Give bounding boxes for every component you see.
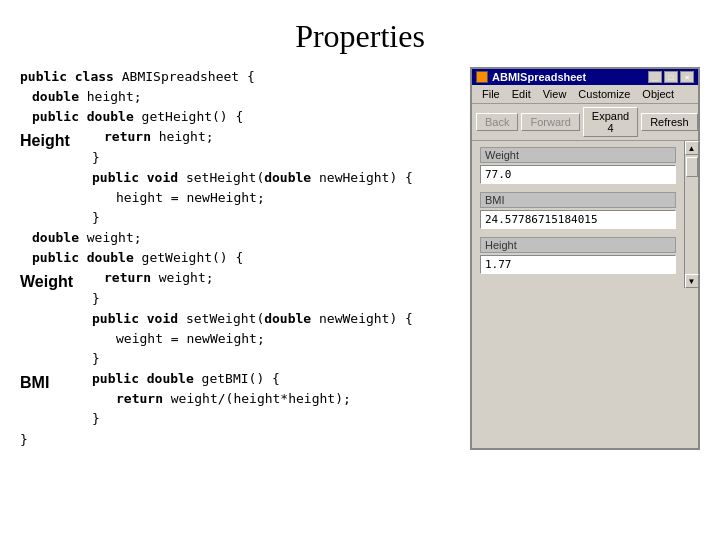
- app-menubar: File Edit View Customize Object: [472, 85, 698, 104]
- expand-button[interactable]: Expand 4: [583, 107, 638, 137]
- prop-label-weight: Weight: [480, 147, 676, 163]
- menu-object[interactable]: Object: [636, 87, 680, 101]
- close-button[interactable]: ×: [680, 71, 694, 83]
- scroll-thumb[interactable]: [686, 157, 698, 177]
- maximize-button[interactable]: □: [664, 71, 678, 83]
- app-icon: [476, 71, 488, 83]
- back-button[interactable]: Back: [476, 113, 518, 131]
- code-line-1: public class ABMISpreadsheet {: [20, 67, 450, 87]
- code-line-19: }: [20, 430, 450, 450]
- refresh-button[interactable]: Refresh: [641, 113, 698, 131]
- menu-edit[interactable]: Edit: [506, 87, 537, 101]
- app-properties: Weight BMI Height: [472, 141, 684, 288]
- menu-view[interactable]: View: [537, 87, 573, 101]
- code-section: public class ABMISpreadsheet { double he…: [20, 67, 450, 450]
- code-line-2: double height;: [20, 87, 450, 107]
- code-line-11: return weight;: [80, 268, 450, 288]
- code-line-15: }: [80, 349, 450, 369]
- forward-button[interactable]: Forward: [521, 113, 579, 131]
- code-line-6: public void setHeight(double newHeight) …: [80, 168, 450, 188]
- prop-row-bmi: BMI: [480, 192, 676, 229]
- page-title: Properties: [0, 0, 720, 67]
- app-content-wrapper: Weight BMI Height ▲ ▼: [472, 141, 698, 288]
- code-line-14: weight = newWeight;: [80, 329, 450, 349]
- prop-row-height: Height: [480, 237, 676, 274]
- prop-label-bmi: BMI: [480, 192, 676, 208]
- prop-input-weight[interactable]: [480, 165, 676, 184]
- app-toolbar: Back Forward Expand 4 Refresh: [472, 104, 698, 141]
- weight-label: Weight: [20, 268, 80, 295]
- code-line-18: }: [80, 409, 450, 429]
- code-line-7: height = newHeight;: [80, 188, 450, 208]
- code-line-13: public void setWeight(double newWeight) …: [80, 309, 450, 329]
- menu-file[interactable]: File: [476, 87, 506, 101]
- code-line-5: }: [80, 148, 450, 168]
- app-titlebar: ABMISpreadsheet _ □ ×: [472, 69, 698, 85]
- titlebar-buttons: _ □ ×: [648, 71, 694, 83]
- scroll-up-button[interactable]: ▲: [685, 141, 699, 155]
- code-line-9: double weight;: [20, 228, 450, 248]
- bmi-section: BMI public double getBMI() { return weig…: [20, 369, 450, 429]
- minimize-button[interactable]: _: [648, 71, 662, 83]
- height-label: Height: [20, 127, 80, 154]
- code-line-8: }: [80, 208, 450, 228]
- weight-section: Weight return weight; } public void setW…: [20, 268, 450, 369]
- height-section: Height return height; } public void setH…: [20, 127, 450, 228]
- scrollbar: ▲ ▼: [684, 141, 698, 288]
- prop-label-height: Height: [480, 237, 676, 253]
- code-line-17: return weight/(height*height);: [80, 389, 450, 409]
- height-code: return height; } public void setHeight(d…: [80, 127, 450, 228]
- app-window: ABMISpreadsheet _ □ × File Edit View Cus…: [470, 67, 700, 450]
- code-line-10: public double getWeight() {: [20, 248, 450, 268]
- code-line-3: public double getHeight() {: [20, 107, 450, 127]
- code-line-16: public double getBMI() {: [80, 369, 450, 389]
- code-line-4: return height;: [80, 127, 450, 147]
- bmi-code: public double getBMI() { return weight/(…: [80, 369, 450, 429]
- app-title: ABMISpreadsheet: [492, 71, 586, 83]
- weight-code: return weight; } public void setWeight(d…: [80, 268, 450, 369]
- prop-input-height[interactable]: [480, 255, 676, 274]
- prop-input-bmi[interactable]: [480, 210, 676, 229]
- prop-row-weight: Weight: [480, 147, 676, 184]
- code-line-12: }: [80, 289, 450, 309]
- scroll-down-button[interactable]: ▼: [685, 274, 699, 288]
- titlebar-title-area: ABMISpreadsheet: [476, 71, 586, 83]
- menu-customize[interactable]: Customize: [572, 87, 636, 101]
- bmi-label: BMI: [20, 369, 80, 396]
